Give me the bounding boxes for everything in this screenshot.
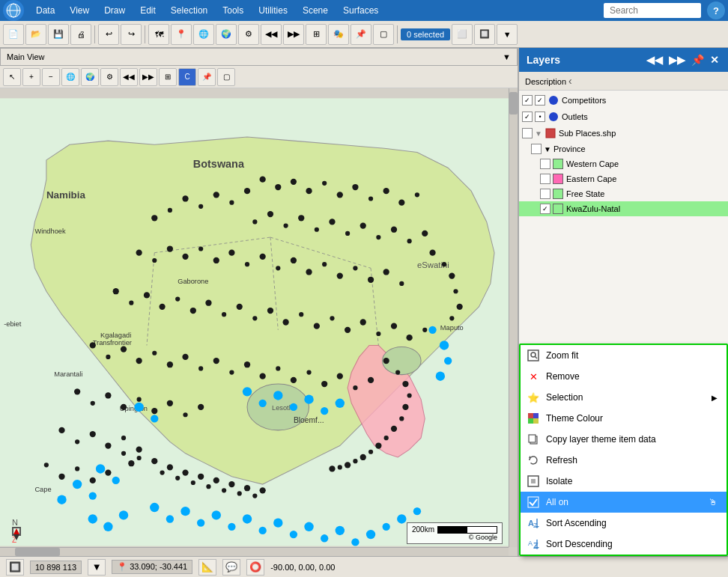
ctx-copy-theme[interactable]: Copy layer theme item data: [521, 429, 727, 450]
menu-selection[interactable]: Selection: [163, 2, 215, 19]
map-fwd-btn[interactable]: ▶▶: [139, 68, 157, 86]
layer-item-competitors[interactable]: ✓ ✓ Competitors: [519, 92, 728, 109]
layer-checkbox-western-cape[interactable]: [540, 159, 550, 169]
ctx-sort-ascending[interactable]: A Z Sort Ascending: [521, 513, 727, 534]
map-settings-btn[interactable]: ⚙: [100, 68, 118, 86]
layer-checkbox-outlets[interactable]: ✓: [522, 112, 533, 122]
menu-data[interactable]: Data: [28, 2, 62, 19]
ctx-theme-colour[interactable]: Theme Colour: [521, 408, 727, 429]
layers-back-nav[interactable]: ‹: [568, 75, 572, 87]
ctx-zoom-fit[interactable]: Zoom fit: [521, 345, 727, 366]
layer-item-western-cape[interactable]: Western Cape: [519, 156, 728, 171]
map-btn-3[interactable]: 🌐: [193, 24, 214, 45]
layer-item-province[interactable]: ▼ Province: [519, 141, 728, 156]
layer-checkbox-competitors[interactable]: ✓: [522, 95, 533, 106]
layer-checkbox-eastern-cape[interactable]: [540, 174, 550, 184]
map-btn-11[interactable]: ▢: [373, 24, 394, 45]
map-btn-6[interactable]: ◀◀: [261, 24, 282, 45]
scale-label: 200km: [412, 525, 434, 534]
layer-checkbox-free-state[interactable]: [540, 189, 550, 199]
redo-button[interactable]: ↪: [121, 24, 142, 45]
map-globe-btn[interactable]: 🌐: [61, 68, 79, 86]
undo-button[interactable]: ↩: [98, 24, 119, 45]
layer-checkbox2-competitors[interactable]: ✓: [535, 95, 545, 106]
map-btn-7[interactable]: ▶▶: [283, 24, 304, 45]
svg-point-191: [351, 538, 359, 546]
select-btn-3[interactable]: ▼: [497, 24, 518, 45]
svg-point-79: [345, 327, 351, 333]
layer-checkbox-subplaces[interactable]: [522, 128, 533, 138]
map-pin-btn[interactable]: 📌: [198, 68, 216, 86]
ctx-remove[interactable]: ✕ Remove: [521, 366, 727, 387]
status-btn-3[interactable]: 📐: [198, 559, 216, 576]
search-input[interactable]: [604, 3, 701, 18]
map-btn-5[interactable]: ⚙: [238, 24, 259, 45]
menu-draw[interactable]: Draw: [97, 2, 133, 19]
status-btn-2[interactable]: ▼: [88, 559, 106, 576]
open-button[interactable]: 📂: [25, 24, 46, 45]
layer-item-outlets[interactable]: ✓ • Outlets: [519, 109, 728, 125]
layer-checkbox-kwazulu-natal[interactable]: ✓: [540, 204, 550, 214]
menu-tools[interactable]: Tools: [215, 2, 251, 19]
svg-point-158: [160, 471, 164, 475]
layer-name-outlets: Outlets: [562, 112, 588, 121]
map-btn-9[interactable]: 🎭: [328, 24, 349, 45]
map-globe2-btn[interactable]: 🌍: [81, 68, 99, 86]
map-square-btn[interactable]: ▢: [217, 68, 235, 86]
subplaces-expand[interactable]: ▼: [535, 129, 542, 138]
svg-point-167: [228, 481, 234, 487]
layers-pin-btn[interactable]: 📌: [690, 52, 706, 67]
svg-point-156: [329, 465, 335, 471]
status-btn-5[interactable]: ⭕: [246, 559, 264, 576]
menu-scene[interactable]: Scene: [295, 2, 336, 19]
ctx-isolate[interactable]: Isolate: [521, 471, 727, 492]
layer-item-eastern-cape[interactable]: Eastern Cape: [519, 171, 728, 186]
layer-item-subplaces[interactable]: ▼ Sub Places.shp: [519, 125, 728, 141]
save-button[interactable]: 💾: [48, 24, 69, 45]
map-btn-8[interactable]: ⊞: [306, 24, 327, 45]
ctx-all-on[interactable]: All on 🖱: [521, 492, 727, 513]
svg-point-173: [128, 460, 134, 466]
map-color-btn[interactable]: C: [178, 68, 196, 86]
select-btn-1[interactable]: ⬜: [452, 24, 473, 45]
map-btn-1[interactable]: 🗺: [148, 24, 169, 45]
map-view-title: Main View: [7, 52, 45, 61]
layer-item-kwazulu-natal[interactable]: ✓ KwaZulu-Natal: [519, 201, 728, 216]
map-scroll-h[interactable]: [0, 547, 509, 556]
layers-back-btn[interactable]: ◀◀: [645, 52, 664, 67]
map-select-btn[interactable]: ↖: [3, 68, 21, 86]
layer-item-free-state[interactable]: Free State: [519, 186, 728, 201]
map-back-btn[interactable]: ◀◀: [120, 68, 138, 86]
help-button[interactable]: ?: [707, 1, 725, 19]
svg-point-86: [106, 355, 110, 359]
ctx-refresh[interactable]: Refresh: [521, 450, 727, 471]
menu-view[interactable]: View: [62, 2, 97, 19]
new-button[interactable]: 📄: [3, 24, 24, 45]
ctx-sort-descending[interactable]: A Z Sort Descending: [521, 534, 727, 555]
map-grid-btn[interactable]: ⊞: [159, 68, 177, 86]
menu-surfaces[interactable]: Surfaces: [336, 2, 386, 19]
status-btn-4[interactable]: 💬: [222, 559, 240, 576]
map-btn-2[interactable]: 📍: [171, 24, 192, 45]
menu-edit[interactable]: Edit: [133, 2, 163, 19]
svg-point-196: [134, 403, 143, 412]
select-btn-2[interactable]: 🔲: [474, 24, 495, 45]
layers-close-btn[interactable]: ✕: [709, 52, 721, 67]
svg-point-146: [402, 404, 408, 410]
layer-checkbox-province[interactable]: [531, 144, 542, 154]
layers-fwd-btn[interactable]: ▶▶: [667, 52, 687, 67]
province-expand[interactable]: ▼: [544, 145, 551, 153]
map-zoom-in-btn[interactable]: +: [22, 68, 40, 86]
map-btn-10[interactable]: 📌: [351, 24, 371, 45]
map-zoom-out-btn[interactable]: −: [42, 68, 60, 86]
ctx-selection[interactable]: ⭐ Selection ▶: [521, 387, 727, 408]
map-svg-area[interactable]: Lesotho Namibia Botswana eSwatini Windho…: [0, 88, 518, 556]
menu-utilities[interactable]: Utilities: [251, 2, 295, 19]
status-btn-1[interactable]: 🔲: [6, 559, 24, 576]
map-scroll-v[interactable]: [509, 88, 518, 547]
map-view-close[interactable]: ▼: [503, 52, 511, 61]
svg-point-126: [284, 223, 288, 228]
layer-checkbox2-outlets[interactable]: •: [535, 112, 545, 122]
print-button[interactable]: 🖨: [70, 24, 91, 45]
map-btn-4[interactable]: 🌍: [216, 24, 237, 45]
